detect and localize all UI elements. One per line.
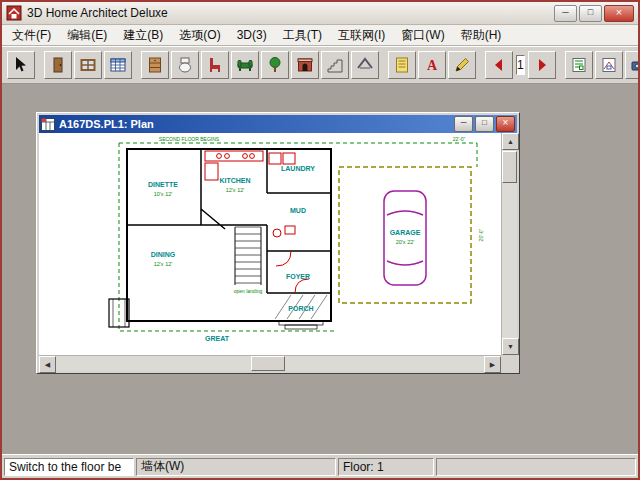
porch-steps <box>275 295 327 329</box>
stairs <box>235 227 261 285</box>
scroll-left-button[interactable]: ◀ <box>39 356 56 373</box>
scrollbar-corner <box>501 355 517 371</box>
stairs-tool-button[interactable] <box>321 51 349 79</box>
cabinet-icon <box>146 56 164 74</box>
window-controls: ─ □ × <box>554 5 634 22</box>
vertical-scroll-track[interactable] <box>502 150 517 338</box>
pencil-icon <box>453 56 471 74</box>
tree-icon <box>266 56 284 74</box>
status-message: Switch to the floor be <box>9 460 121 474</box>
titlebar[interactable]: 3D Home Architect Deluxe ─ □ × <box>2 2 638 25</box>
room-label-foyer: FOYER <box>286 273 310 280</box>
notes-tool-button[interactable] <box>388 51 416 79</box>
menu-build[interactable]: 建立(B) <box>115 25 171 46</box>
door-tool-button[interactable] <box>44 51 72 79</box>
room-label-dinette: DINETTE <box>148 181 178 188</box>
statusbar: Switch to the floor be 墙体(W) Floor: 1 <box>2 454 638 478</box>
fixtures <box>205 151 309 293</box>
horizontal-scrollbar[interactable]: ◀ ▶ <box>39 355 501 371</box>
menu-tools[interactable]: 工具(T) <box>275 25 330 46</box>
status-message-panel: Switch to the floor be <box>4 458 134 476</box>
menu-file[interactable]: 文件(F) <box>4 25 59 46</box>
scroll-down-button[interactable]: ▼ <box>502 338 519 355</box>
window-icon <box>79 56 97 74</box>
room-label-mud: MUD <box>290 207 306 214</box>
menu-window[interactable]: 窗口(W) <box>393 25 452 46</box>
plan-minimize-button[interactable]: ─ <box>454 116 473 132</box>
furniture-tool-button[interactable] <box>201 51 229 79</box>
plan-window-body: DINETTE 10'x 12' KITCHEN 12'x 12' LAUNDR… <box>39 133 517 371</box>
status-tool: 墙体(W) <box>141 458 184 475</box>
text-tool-icon: A <box>423 56 441 74</box>
status-empty-panel <box>436 458 636 476</box>
plan-view-icon <box>570 56 588 74</box>
menu-internet[interactable]: 互联网(I) <box>330 25 393 46</box>
plant-tool-button[interactable] <box>261 51 289 79</box>
menu-help[interactable]: 帮助(H) <box>453 25 510 46</box>
elevation-view-button[interactable] <box>595 51 623 79</box>
roof-icon <box>356 56 374 74</box>
room-dims-dining: 12'x 12' <box>154 261 173 267</box>
vertical-scrollbar[interactable]: ▲ ▼ <box>501 133 517 355</box>
room-dims-kitchen: 12'x 12' <box>226 187 245 193</box>
sofa-tool-button[interactable] <box>231 51 259 79</box>
previous-floor-arrow-icon <box>490 56 508 74</box>
scroll-up-button[interactable]: ▲ <box>502 133 519 150</box>
horizontal-scroll-thumb[interactable] <box>251 356 285 371</box>
camera-icon <box>630 56 640 74</box>
draw-tool-button[interactable] <box>448 51 476 79</box>
roof-tool-button[interactable] <box>351 51 379 79</box>
plan-canvas[interactable]: DINETTE 10'x 12' KITCHEN 12'x 12' LAUNDR… <box>39 133 501 355</box>
horizontal-scroll-track[interactable] <box>56 356 484 371</box>
svg-text:A: A <box>427 58 438 73</box>
vertical-scroll-thumb[interactable] <box>502 151 517 183</box>
furniture-chair-icon <box>206 56 224 74</box>
app-icon <box>6 5 22 21</box>
annotation-second-floor: SECOND FLOOR BEGINS <box>159 136 220 142</box>
plan-window-titlebar[interactable]: A167DS.PL1: Plan ─ □ × <box>39 115 517 133</box>
menu-edit[interactable]: 编辑(E) <box>59 25 115 46</box>
materials-grid-icon <box>109 56 127 74</box>
workarea: A167DS.PL1: Plan ─ □ × <box>2 84 638 454</box>
room-label-garage: GARAGE <box>390 229 421 236</box>
close-button[interactable]: × <box>604 5 634 22</box>
select-tool-button[interactable] <box>7 51 35 79</box>
minimize-button[interactable]: ─ <box>554 5 577 22</box>
plan-window: A167DS.PL1: Plan ─ □ × <box>36 112 520 374</box>
window-tool-button[interactable] <box>74 51 102 79</box>
next-floor-button[interactable] <box>528 51 556 79</box>
floor-plan: DINETTE 10'x 12' KITCHEN 12'x 12' LAUNDR… <box>39 133 501 355</box>
walls <box>127 149 331 321</box>
room-label-great: GREAT <box>205 335 230 342</box>
fixture-tool-button[interactable] <box>171 51 199 79</box>
car <box>384 191 426 285</box>
elevation-view-icon <box>600 56 618 74</box>
status-floor: Floor: 1 <box>343 460 384 474</box>
room-label-kitchen: KITCHEN <box>219 177 250 184</box>
plan-close-button[interactable]: × <box>496 116 515 132</box>
sofa-icon <box>236 56 254 74</box>
camera-view-button[interactable] <box>625 51 640 79</box>
plan-view-button[interactable] <box>565 51 593 79</box>
plumbing-fixture-icon <box>176 56 194 74</box>
status-tool-panel: 墙体(W) <box>136 458 336 476</box>
plan-maximize-button[interactable]: □ <box>475 116 494 132</box>
cabinet-tool-button[interactable] <box>141 51 169 79</box>
floor-number-box[interactable]: 1 <box>516 55 525 75</box>
materials-list-button[interactable] <box>104 51 132 79</box>
previous-floor-button[interactable] <box>485 51 513 79</box>
room-dims-dinette: 10'x 12' <box>154 191 173 197</box>
scroll-right-button[interactable]: ▶ <box>484 356 501 373</box>
window-title: 3D Home Architect Deluxe <box>27 6 554 20</box>
maximize-button[interactable]: □ <box>579 5 602 22</box>
menu-3d[interactable]: 3D(3) <box>229 26 275 44</box>
stairs-icon <box>326 56 344 74</box>
status-floor-panel: Floor: 1 <box>338 458 434 476</box>
menu-options[interactable]: 选项(O) <box>171 25 228 46</box>
dim-right-side: 20'-0" <box>478 228 484 241</box>
plan-window-title: A167DS.PL1: Plan <box>59 118 452 130</box>
notebook-icon <box>393 56 411 74</box>
text-tool-button[interactable]: A <box>418 51 446 79</box>
fireplace-tool-button[interactable] <box>291 51 319 79</box>
app-window: 3D Home Architect Deluxe ─ □ × 文件(F) 编辑(… <box>0 0 640 480</box>
